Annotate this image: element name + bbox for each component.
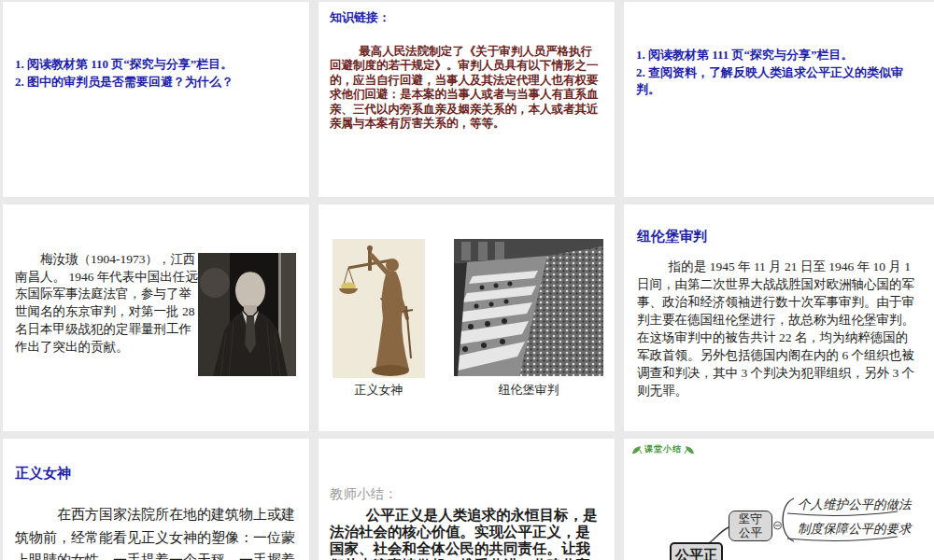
slide-6[interactable]: 纽伦堡审判 指的是 1945 年 11 月 21 日至 1946 年 10 月 … [624, 204, 934, 431]
teacher-summary-label: 教师小结： [330, 485, 603, 503]
task-list: 1. 阅读教材第 111 页“探究与分享”栏目。 2. 查阅资料，了解反映人类追… [624, 2, 934, 99]
slide-3[interactable]: 1. 阅读教材第 111 页“探究与分享”栏目。 2. 查阅资料，了解反映人类追… [624, 2, 934, 197]
biography-paragraph: 梅汝璈（1904-1973），江西南昌人。 1946 年代表中国出任远东国际军事… [15, 251, 199, 356]
section-title: 纽伦堡审判 [637, 228, 920, 245]
slide-2[interactable]: 知识链接： 最高人民法院制定了《关于审判人员严格执行回避制度的若干规定》。审判人… [318, 2, 615, 197]
image-caption: 正义女神 [333, 382, 425, 399]
node-label-line: 公平 [729, 526, 771, 540]
class-summary-badge: 课堂小结 [631, 443, 695, 455]
task-line: 2. 查阅资料，了解反映人类追求公平正义的类似审判。 [636, 64, 921, 99]
mindmap-branch-node[interactable]: 坚守 公平 [729, 511, 772, 541]
knowledge-link-body: 最高人民法院制定了《关于审判人员严格执行回避制度的若干规定》。审判人员具有以下情… [330, 45, 602, 131]
image-caption: 纽伦堡审判 [454, 382, 603, 399]
slide-5[interactable]: 正义女神 纽伦堡审判 [318, 204, 615, 431]
slide-1[interactable]: 1. 阅读教材第 110 页“探究与分享”栏目。 2. 图中的审判员是否需要回避… [3, 2, 309, 197]
section-title: 正义女神 [15, 465, 296, 483]
mei-ruao-portrait-photo [198, 253, 296, 376]
node-label-line: 坚守 [729, 512, 771, 526]
lady-justice-statue-photo [333, 239, 425, 378]
teacher-summary-body: 公平正义是人类追求的永恒目标，是法治社会的核心价值。实现公平正义，是国家、社会和… [330, 507, 603, 560]
knowledge-link-title: 知识链接： [330, 9, 602, 26]
section-body: 指的是 1945 年 11 月 21 日至 1946 年 10 月 1 日间，由… [637, 258, 920, 399]
slide-4[interactable]: 梅汝璈（1904-1973），江西南昌人。 1946 年代表中国出任远东国际军事… [3, 204, 309, 431]
leaf-icon [631, 445, 643, 455]
nuremberg-courtroom-photo [454, 239, 603, 376]
mindmap-leaf-label[interactable]: 制度保障公平的要求 [798, 521, 912, 538]
collapse-toggle-icon [774, 522, 782, 529]
mindmap-leaf-label[interactable]: 个人维护公平的做法 [798, 497, 912, 513]
task-list: 1. 阅读教材第 110 页“探究与分享”栏目。 2. 图中的审判员是否需要回避… [3, 2, 309, 91]
leaf-icon [684, 445, 695, 455]
slide-sorter-grid: 1. 阅读教材第 110 页“探究与分享”栏目。 2. 图中的审判员是否需要回避… [0, 0, 934, 560]
task-line: 1. 阅读教材第 111 页“探究与分享”栏目。 [636, 47, 921, 64]
slide-9[interactable]: 课堂小结 坚守 公平 公平正义 个人维护公平的做法 制度保障公平的要求 [624, 439, 934, 560]
task-line: 1. 阅读教材第 110 页“探究与分享”栏目。 [15, 56, 296, 74]
mindmap-root-node[interactable]: 公平正义 [670, 542, 723, 560]
task-line: 2. 图中的审判员是否需要回避？为什么？ [15, 74, 296, 91]
slide-8[interactable]: 教师小结： 公平正义是人类追求的永恒目标，是法治社会的核心价值。实现公平正义，是… [318, 439, 615, 560]
class-summary-label: 课堂小结 [644, 443, 682, 455]
section-body: 在西方国家法院所在地的建筑物上或建筑物前，经常能看见正义女神的塑像：一位蒙上眼睛… [15, 503, 296, 560]
slide-7[interactable]: 正义女神 在西方国家法院所在地的建筑物上或建筑物前，经常能看见正义女神的塑像：一… [3, 439, 309, 560]
